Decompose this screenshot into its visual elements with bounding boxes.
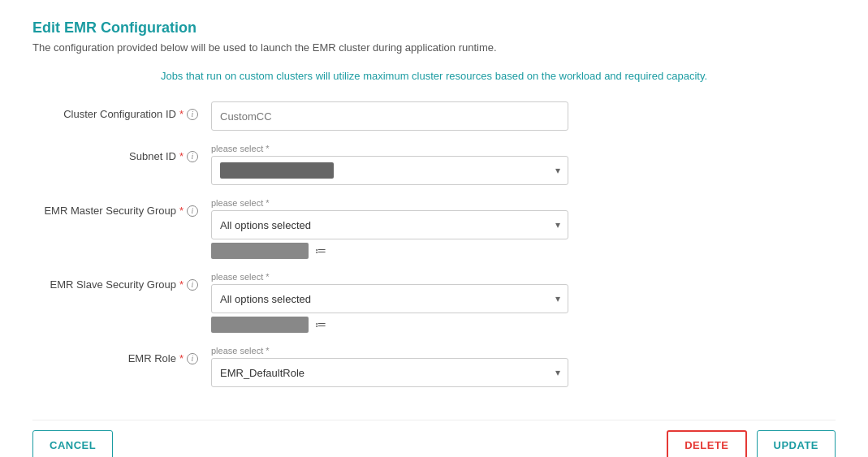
cluster-config-id-field: [211, 101, 568, 131]
emr-slave-field: please select * All options selected ▾ ≔: [211, 272, 568, 333]
emr-master-select-wrapper[interactable]: All options selected ▾: [211, 210, 568, 239]
emr-slave-list-icon[interactable]: ≔: [315, 318, 326, 331]
cluster-config-id-input[interactable]: [211, 101, 568, 131]
subnet-please-select: please select *: [211, 144, 568, 153]
emr-master-info-icon[interactable]: i: [187, 205, 198, 217]
required-star-subnet: *: [179, 150, 184, 162]
delete-button[interactable]: DELETE: [667, 430, 746, 457]
page-container: Edit EMR Configuration The configuration…: [0, 0, 868, 457]
emr-master-label: EMR Master Security Group* i: [32, 198, 211, 217]
emr-master-list-icon[interactable]: ≔: [315, 244, 326, 257]
page-subtitle: The configuration provided below will be…: [32, 41, 836, 54]
emr-slave-tag-bar: [211, 317, 309, 333]
emr-master-tag-bar: [211, 243, 309, 259]
role-please-select: please select *: [211, 346, 568, 356]
info-banner: Jobs that run on custom clusters will ut…: [32, 70, 836, 82]
subnet-id-field: please select * ▾: [211, 144, 568, 185]
right-buttons: DELETE UPDATE: [667, 430, 836, 457]
emr-slave-select-wrapper[interactable]: All options selected ▾: [211, 284, 568, 313]
emr-master-select[interactable]: All options selected: [211, 210, 568, 239]
subnet-id-select-wrapper[interactable]: ▾: [211, 156, 568, 185]
emr-slave-security-group-row: EMR Slave Security Group* i please selec…: [32, 272, 836, 333]
emr-role-select[interactable]: EMR_DefaultRole: [211, 358, 568, 387]
cluster-config-id-label: Cluster Configuration ID* i: [32, 101, 211, 120]
emr-master-value: All options selected: [220, 219, 311, 231]
subnet-id-row: Subnet ID* i please select * ▾: [32, 144, 836, 185]
emr-master-tag-bar-wrapper: ≔: [211, 243, 568, 259]
emr-slave-label: EMR Slave Security Group* i: [32, 272, 211, 291]
emr-slave-value: All options selected: [220, 293, 311, 305]
required-star-slave: *: [179, 278, 184, 291]
emr-slave-tag-bar-wrapper: ≔: [211, 317, 568, 333]
emr-role-field: please select * EMR_DefaultRole ▾: [211, 346, 568, 387]
required-star-role: *: [179, 352, 184, 364]
form-container: Cluster Configuration ID* i Subnet ID* i…: [32, 101, 836, 400]
page-title: Edit EMR Configuration: [32, 19, 836, 37]
required-star-master: *: [179, 205, 184, 217]
update-button[interactable]: UPDATE: [757, 430, 836, 457]
emr-master-field: please select * All options selected ▾ ≔: [211, 198, 568, 259]
subnet-id-select[interactable]: [211, 156, 568, 185]
cluster-config-id-row: Cluster Configuration ID* i: [32, 101, 836, 131]
emr-slave-select[interactable]: All options selected: [211, 284, 568, 313]
emr-role-label: EMR Role* i: [32, 346, 211, 364]
slave-please-select: please select *: [211, 272, 568, 282]
footer-buttons: CANCEL DELETE UPDATE: [32, 420, 836, 457]
subnet-id-label: Subnet ID* i: [32, 144, 211, 162]
subnet-selected-bar: [220, 162, 334, 179]
required-star: *: [179, 108, 184, 120]
cluster-config-id-info-icon[interactable]: i: [187, 109, 198, 120]
emr-role-row: EMR Role* i please select * EMR_DefaultR…: [32, 346, 836, 387]
emr-slave-info-icon[interactable]: i: [187, 279, 198, 291]
subnet-id-info-icon[interactable]: i: [187, 151, 198, 162]
master-please-select: please select *: [211, 198, 568, 208]
emr-role-info-icon[interactable]: i: [187, 353, 198, 364]
emr-master-security-group-row: EMR Master Security Group* i please sele…: [32, 198, 836, 259]
emr-role-select-wrapper[interactable]: EMR_DefaultRole ▾: [211, 358, 568, 387]
emr-role-value: EMR_DefaultRole: [220, 367, 304, 379]
cancel-button[interactable]: CANCEL: [32, 430, 113, 457]
